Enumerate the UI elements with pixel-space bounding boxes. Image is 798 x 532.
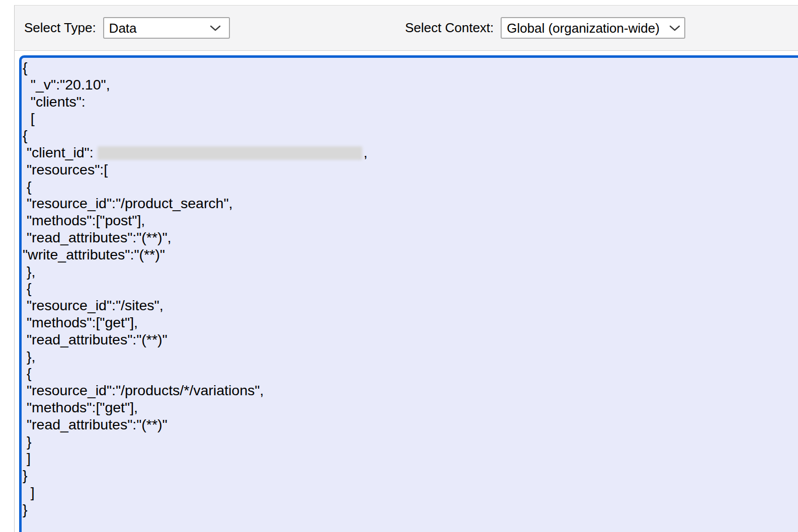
code-line: { [23, 179, 798, 196]
context-field-group: Select Context: Global (organization-wid… [405, 6, 685, 50]
code-line: "resources":[ [23, 161, 798, 179]
toolbar: Select Type: Data Select Context: Global… [15, 6, 798, 51]
code-line: "methods":["post"], [23, 212, 798, 229]
code-text: "client_id": [23, 144, 98, 160]
code-line: "resource_id":"/products/*/variations", [23, 382, 798, 399]
type-field-group: Select Type: Data [24, 6, 230, 50]
page: Select Type: Data Select Context: Global… [0, 0, 798, 532]
select-context-label: Select Context: [405, 20, 494, 36]
ocapi-settings-panel: Select Type: Data Select Context: Global… [14, 5, 798, 532]
code-line: ] [23, 450, 798, 467]
code-line: "read_attributes":"(**)", [23, 229, 798, 246]
code-line: { [23, 365, 798, 382]
code-line: }, [23, 348, 798, 366]
json-code: { "_v":"20.10", "clients": [{ "client_id… [22, 58, 798, 518]
code-line: } [23, 433, 798, 451]
context-select[interactable]: Global (organization-wide) [501, 17, 685, 39]
code-line: "client_id": , [23, 144, 798, 161]
code-line: "methods":["get"], [23, 399, 798, 416]
code-line: "_v":"20.10", [23, 76, 798, 94]
code-line: "resource_id":"/sites", [23, 297, 798, 314]
code-line: "read_attributes":"(**)" [23, 416, 798, 433]
code-line: ] [23, 484, 798, 501]
code-line: "resource_id":"/product_search", [23, 195, 798, 212]
context-select-wrap: Global (organization-wide) [501, 17, 685, 39]
code-line: "clients": [23, 94, 798, 111]
code-line: "write_attributes":"(**)" [23, 246, 798, 263]
redacted-client-id [98, 146, 362, 160]
code-line: "read_attributes":"(**)" [23, 331, 798, 348]
code-line: }, [23, 263, 798, 281]
code-line: [ [23, 110, 798, 127]
type-select-wrap: Data [103, 17, 230, 39]
type-select[interactable]: Data [103, 17, 230, 39]
code-text: , [364, 144, 368, 160]
code-line: } [23, 501, 798, 518]
code-line: { [23, 280, 798, 297]
code-line: { [23, 59, 798, 76]
code-line: { [23, 127, 798, 144]
code-line: "methods":["get"], [23, 314, 798, 331]
code-line: } [23, 467, 798, 484]
select-type-label: Select Type: [24, 20, 96, 36]
json-editor[interactable]: { "_v":"20.10", "clients": [{ "client_id… [19, 55, 798, 532]
